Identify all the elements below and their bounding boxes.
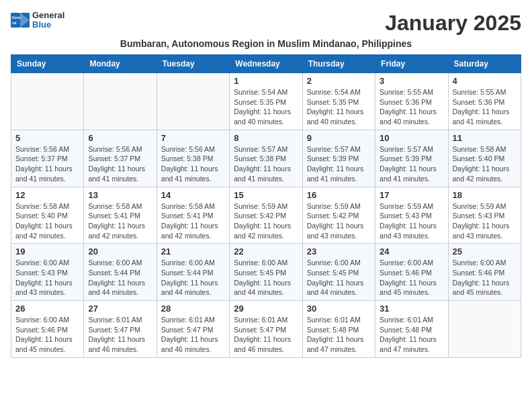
svg-text:ral: ral <box>12 21 17 26</box>
day-number: 15 <box>234 190 298 200</box>
day-info: Sunrise: 5:58 AMSunset: 5:41 PMDaylight:… <box>161 201 225 241</box>
day-number: 3 <box>380 76 443 86</box>
svg-rect-0 <box>11 13 20 28</box>
day-info: Sunrise: 5:56 AMSunset: 5:38 PMDaylight:… <box>161 144 225 184</box>
calendar-cell: 22Sunrise: 6:00 AMSunset: 5:45 PMDayligh… <box>230 244 302 301</box>
day-number: 10 <box>380 133 443 143</box>
day-number: 28 <box>161 304 225 314</box>
day-info: Sunrise: 6:01 AMSunset: 5:47 PMDaylight:… <box>88 315 152 355</box>
calendar-cell: 7Sunrise: 5:56 AMSunset: 5:38 PMDaylight… <box>157 130 229 187</box>
calendar-cell: 8Sunrise: 5:57 AMSunset: 5:38 PMDaylight… <box>230 130 302 187</box>
day-info: Sunrise: 6:00 AMSunset: 5:45 PMDaylight:… <box>234 258 298 298</box>
calendar-cell: 30Sunrise: 6:01 AMSunset: 5:48 PMDayligh… <box>302 301 375 358</box>
calendar-cell: 23Sunrise: 6:00 AMSunset: 5:45 PMDayligh… <box>302 244 375 301</box>
calendar-cell: 24Sunrise: 6:00 AMSunset: 5:46 PMDayligh… <box>375 244 448 301</box>
calendar-header-monday: Monday <box>84 55 157 73</box>
calendar-header-thursday: Thursday <box>302 55 375 73</box>
calendar-header-saturday: Saturday <box>448 55 521 73</box>
day-info: Sunrise: 6:01 AMSunset: 5:48 PMDaylight:… <box>307 315 371 355</box>
day-number: 21 <box>161 246 225 257</box>
calendar-cell <box>84 73 157 130</box>
day-number: 22 <box>234 246 298 257</box>
day-number: 27 <box>88 304 152 314</box>
calendar-week-row: 1Sunrise: 5:54 AMSunset: 5:35 PMDaylight… <box>11 73 521 130</box>
calendar-cell <box>157 73 229 130</box>
day-number: 4 <box>453 76 517 86</box>
calendar-cell: 18Sunrise: 5:59 AMSunset: 5:43 PMDayligh… <box>448 187 521 244</box>
day-info: Sunrise: 6:00 AMSunset: 5:46 PMDaylight:… <box>15 315 79 355</box>
calendar-cell: 25Sunrise: 6:00 AMSunset: 5:46 PMDayligh… <box>448 244 521 301</box>
day-info: Sunrise: 6:01 AMSunset: 5:47 PMDaylight:… <box>234 315 298 355</box>
calendar-cell: 13Sunrise: 5:58 AMSunset: 5:41 PMDayligh… <box>84 187 157 244</box>
day-info: Sunrise: 5:58 AMSunset: 5:41 PMDaylight:… <box>88 201 152 241</box>
day-info: Sunrise: 5:57 AMSunset: 5:39 PMDaylight:… <box>380 144 443 184</box>
day-info: Sunrise: 5:57 AMSunset: 5:38 PMDaylight:… <box>234 144 298 184</box>
calendar-cell: 21Sunrise: 6:00 AMSunset: 5:44 PMDayligh… <box>157 244 229 301</box>
day-number: 1 <box>234 76 298 86</box>
day-info: Sunrise: 6:00 AMSunset: 5:46 PMDaylight:… <box>453 258 517 298</box>
day-info: Sunrise: 5:57 AMSunset: 5:39 PMDaylight:… <box>307 144 371 184</box>
day-number: 9 <box>307 133 371 143</box>
day-info: Sunrise: 5:56 AMSunset: 5:37 PMDaylight:… <box>88 144 152 184</box>
logo-icon: Gene ral <box>11 13 30 28</box>
calendar-week-row: 12Sunrise: 5:58 AMSunset: 5:40 PMDayligh… <box>11 187 521 244</box>
calendar-header-wednesday: Wednesday <box>230 55 302 73</box>
calendar-week-row: 19Sunrise: 6:00 AMSunset: 5:43 PMDayligh… <box>11 244 521 301</box>
day-number: 25 <box>453 246 517 257</box>
day-number: 6 <box>88 133 152 143</box>
day-number: 29 <box>234 304 298 314</box>
day-number: 14 <box>161 190 225 200</box>
day-info: Sunrise: 5:59 AMSunset: 5:43 PMDaylight:… <box>380 201 443 241</box>
calendar-cell: 3Sunrise: 5:55 AMSunset: 5:36 PMDaylight… <box>375 73 448 130</box>
calendar-cell: 14Sunrise: 5:58 AMSunset: 5:41 PMDayligh… <box>157 187 229 244</box>
day-info: Sunrise: 5:58 AMSunset: 5:40 PMDaylight:… <box>453 144 517 184</box>
calendar-cell <box>11 73 84 130</box>
day-number: 12 <box>15 190 79 200</box>
day-info: Sunrise: 5:58 AMSunset: 5:40 PMDaylight:… <box>15 201 79 241</box>
day-info: Sunrise: 6:00 AMSunset: 5:43 PMDaylight:… <box>15 258 79 298</box>
svg-text:Gene: Gene <box>12 16 21 20</box>
calendar-cell: 1Sunrise: 5:54 AMSunset: 5:35 PMDaylight… <box>230 73 302 130</box>
calendar-header-friday: Friday <box>375 55 448 73</box>
calendar-cell: 16Sunrise: 5:59 AMSunset: 5:42 PMDayligh… <box>302 187 375 244</box>
day-info: Sunrise: 5:56 AMSunset: 5:37 PMDaylight:… <box>15 144 79 184</box>
day-number: 31 <box>380 304 443 314</box>
day-info: Sunrise: 6:00 AMSunset: 5:44 PMDaylight:… <box>161 258 225 298</box>
day-info: Sunrise: 5:54 AMSunset: 5:35 PMDaylight:… <box>307 87 371 127</box>
day-info: Sunrise: 5:59 AMSunset: 5:43 PMDaylight:… <box>453 201 517 241</box>
logo-general: General <box>32 11 64 20</box>
day-info: Sunrise: 6:00 AMSunset: 5:45 PMDaylight:… <box>307 258 371 298</box>
day-number: 20 <box>88 246 152 257</box>
calendar-cell: 6Sunrise: 5:56 AMSunset: 5:37 PMDaylight… <box>84 130 157 187</box>
day-number: 17 <box>380 190 443 200</box>
day-info: Sunrise: 5:55 AMSunset: 5:36 PMDaylight:… <box>380 87 443 127</box>
page-subtitle: Bumbaran, Autonomous Region in Muslim Mi… <box>11 38 521 49</box>
calendar-cell <box>448 301 521 358</box>
day-info: Sunrise: 6:00 AMSunset: 5:44 PMDaylight:… <box>88 258 152 298</box>
calendar-cell: 20Sunrise: 6:00 AMSunset: 5:44 PMDayligh… <box>84 244 157 301</box>
calendar-cell: 4Sunrise: 5:55 AMSunset: 5:36 PMDaylight… <box>448 73 521 130</box>
calendar-week-row: 5Sunrise: 5:56 AMSunset: 5:37 PMDaylight… <box>11 130 521 187</box>
calendar-cell: 28Sunrise: 6:01 AMSunset: 5:47 PMDayligh… <box>157 301 229 358</box>
day-number: 26 <box>15 304 79 314</box>
calendar-cell: 5Sunrise: 5:56 AMSunset: 5:37 PMDaylight… <box>11 130 84 187</box>
logo: Gene ral General Blue <box>11 11 64 30</box>
calendar-cell: 9Sunrise: 5:57 AMSunset: 5:39 PMDaylight… <box>302 130 375 187</box>
calendar-cell: 11Sunrise: 5:58 AMSunset: 5:40 PMDayligh… <box>448 130 521 187</box>
calendar-cell: 19Sunrise: 6:00 AMSunset: 5:43 PMDayligh… <box>11 244 84 301</box>
day-number: 7 <box>161 133 225 143</box>
day-number: 23 <box>307 246 371 257</box>
day-number: 8 <box>234 133 298 143</box>
day-info: Sunrise: 5:59 AMSunset: 5:42 PMDaylight:… <box>307 201 371 241</box>
day-info: Sunrise: 6:01 AMSunset: 5:48 PMDaylight:… <box>380 315 443 355</box>
day-info: Sunrise: 5:55 AMSunset: 5:36 PMDaylight:… <box>453 87 517 127</box>
day-number: 5 <box>15 133 79 143</box>
logo-text-area: General Blue <box>32 11 64 30</box>
calendar-cell: 31Sunrise: 6:01 AMSunset: 5:48 PMDayligh… <box>375 301 448 358</box>
calendar-cell: 27Sunrise: 6:01 AMSunset: 5:47 PMDayligh… <box>84 301 157 358</box>
calendar-cell: 15Sunrise: 5:59 AMSunset: 5:42 PMDayligh… <box>230 187 302 244</box>
day-info: Sunrise: 5:59 AMSunset: 5:42 PMDaylight:… <box>234 201 298 241</box>
calendar-cell: 2Sunrise: 5:54 AMSunset: 5:35 PMDaylight… <box>302 73 375 130</box>
calendar-cell: 17Sunrise: 5:59 AMSunset: 5:43 PMDayligh… <box>375 187 448 244</box>
month-title: January 2025 <box>385 11 521 36</box>
